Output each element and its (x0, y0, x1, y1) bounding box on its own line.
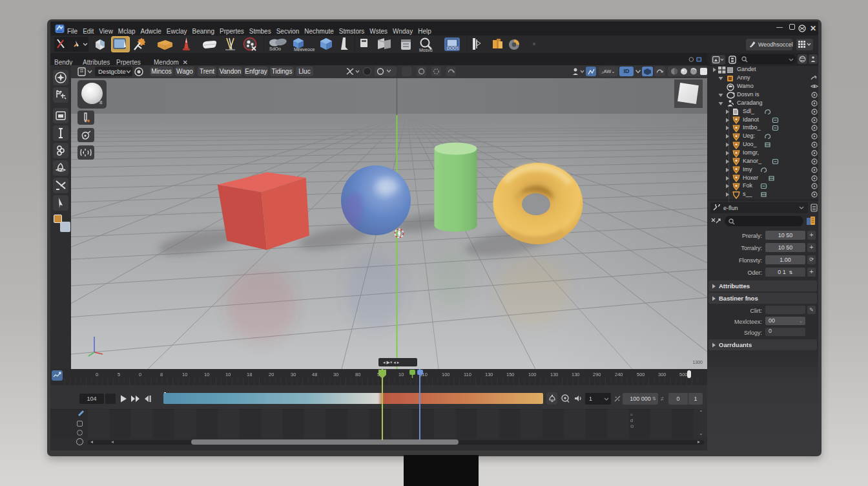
svg-text:SdOo: SdOo (269, 47, 281, 51)
svg-text:Mosvu: Mosvu (419, 48, 433, 52)
svg-text:Meeveoce: Meeveoce (294, 47, 315, 52)
svg-text:DOO'L: DOO'L (447, 46, 459, 50)
svg-text:◂ ▶⏸ ◂ ▸: ◂ ▶⏸ ◂ ▸ (383, 360, 400, 364)
svg-text:1300: 1300 (692, 360, 703, 364)
